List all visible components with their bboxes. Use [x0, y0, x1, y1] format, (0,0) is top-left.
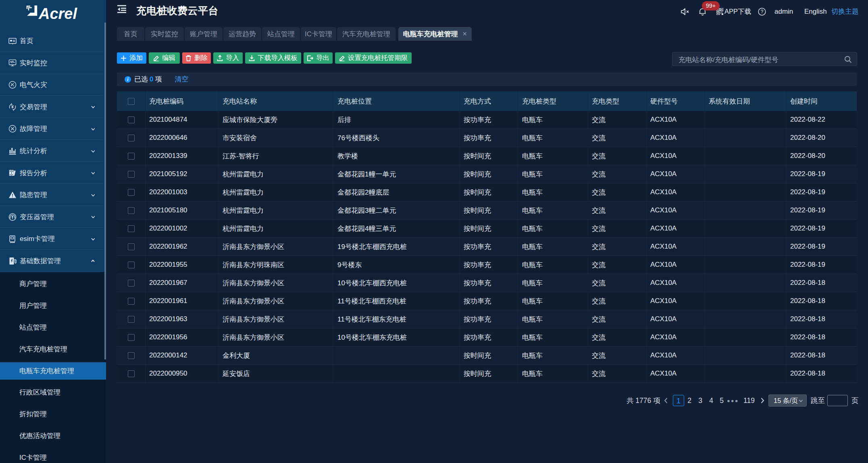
svg-text:?: ? [761, 9, 764, 15]
svg-text:¥: ¥ [11, 105, 14, 109]
svg-text:Acrel: Acrel [38, 5, 77, 22]
